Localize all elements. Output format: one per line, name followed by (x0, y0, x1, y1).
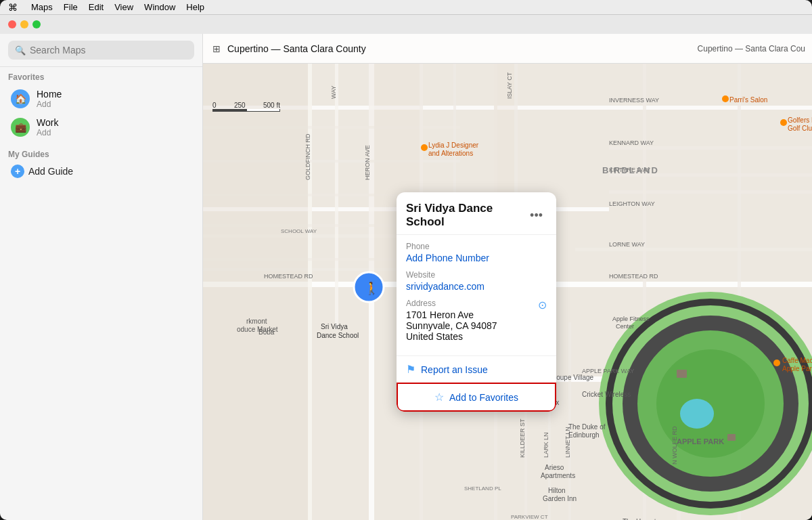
apple-menu[interactable]: ⌘ (3, 1, 23, 14)
svg-text:LORNE WAY: LORNE WAY (609, 241, 645, 248)
svg-point-35 (680, 399, 714, 429)
scale-500: 500 ft (263, 102, 280, 109)
work-text: Work Add (37, 117, 58, 137)
website-label: Website (406, 270, 547, 280)
address-row: Address 1701 Heron Ave Sunnyvale, CA 940… (406, 299, 547, 342)
svg-point-62 (722, 95, 729, 102)
add-guide-icon: + (11, 165, 24, 178)
app-window: ⌘ Maps File Edit View Window Help 🔍 (0, 0, 812, 520)
scale-line (212, 109, 280, 112)
svg-rect-38 (203, 64, 308, 520)
add-guide-button[interactable]: + Add Guide (8, 162, 194, 181)
svg-rect-9 (609, 190, 812, 194)
svg-text:HERON AVE: HERON AVE (364, 145, 371, 180)
address-line3: United States (406, 331, 497, 342)
title-bar (0, 15, 812, 34)
scale-labels: 0 250 500 ft (212, 102, 280, 109)
menu-maps[interactable]: Maps (26, 1, 58, 14)
svg-rect-8 (609, 146, 812, 150)
svg-text:Parri's Salon: Parri's Salon (729, 96, 767, 104)
home-favorite[interactable]: 🏠 Home Add (8, 85, 194, 113)
window-body: 🔍 Favorites 🏠 Home Add 💼 Work (0, 34, 812, 520)
home-sub: Add (37, 100, 62, 109)
favorite-star-icon: ☆ (434, 391, 444, 404)
map-area[interactable]: ⊞ Cupertino — Santa Clara County Cuperti… (203, 34, 812, 520)
sidebar: 🔍 Favorites 🏠 Home Add 💼 Work (0, 34, 203, 520)
info-card-menu-button[interactable]: ••• (526, 207, 547, 224)
work-label: Work (37, 117, 58, 128)
svg-text:Dance School: Dance School (317, 332, 359, 339)
svg-text:KENNARD WAY: KENNARD WAY (609, 139, 654, 146)
svg-text:Garden Inn: Garden Inn (543, 495, 577, 502)
svg-text:BIRDLAND: BIRDLAND (602, 165, 659, 175)
menu-file[interactable]: File (58, 1, 83, 14)
svg-text:Edinburgh: Edinburgh (568, 431, 600, 439)
map-header: ⊞ Cupertino — Santa Clara County Cuperti… (203, 34, 812, 64)
guides-section: My Guides + Add Guide (0, 144, 202, 183)
phone-value[interactable]: Add Phone Number (406, 253, 547, 263)
svg-rect-11 (308, 64, 312, 520)
svg-text:LEIGHTON WAY: LEIGHTON WAY (609, 200, 655, 207)
svg-text:Lydia J Designer: Lydia J Designer (428, 142, 479, 149)
svg-point-67 (780, 119, 787, 126)
svg-text:Golf Club Repair: Golf Club Repair (788, 125, 812, 132)
svg-text:Caffe Macs -: Caffe Macs - (782, 357, 812, 364)
website-field: Website srividyadance.com (406, 270, 547, 292)
svg-text:PARKVIEW CT: PARKVIEW CT (511, 514, 548, 520)
svg-rect-36 (677, 370, 687, 378)
address-navigate-icon[interactable]: ⊙ (538, 299, 547, 311)
search-header: 🔍 (0, 34, 202, 67)
add-to-favorites-button[interactable]: ☆ Add to Favorites (397, 383, 556, 412)
close-button[interactable] (8, 20, 16, 28)
svg-text:Cricket Wireless: Cricket Wireless (582, 391, 631, 398)
website-value[interactable]: srividyadance.com (406, 281, 547, 292)
map-layers-icon[interactable]: ⊞ (212, 43, 221, 54)
svg-text:Hilton: Hilton (548, 487, 566, 494)
address-label: Address (406, 299, 497, 308)
phone-field: Phone Add Phone Number (406, 242, 547, 263)
report-text: Report an Issue (421, 364, 488, 375)
svg-text:Arieso: Arieso (545, 464, 564, 471)
svg-text:WAY: WAY (330, 86, 337, 100)
report-issue-button[interactable]: ⚑ Report an Issue (397, 355, 556, 383)
minimize-button[interactable] (20, 20, 28, 28)
report-icon: ⚑ (406, 363, 415, 376)
menu-view[interactable]: View (109, 1, 139, 14)
search-box[interactable]: 🔍 (8, 41, 194, 60)
guides-label: My Guides (8, 150, 194, 159)
svg-text:ISLAY CT: ISLAY CT (506, 72, 513, 99)
svg-text:oduce Market: oduce Market (237, 326, 278, 333)
work-favorite[interactable]: 💼 Work Add (8, 113, 194, 142)
scale-bar: 0 250 500 ft (212, 102, 280, 112)
maximize-button[interactable] (32, 20, 41, 28)
svg-text:Apple Fitness: Apple Fitness (612, 316, 650, 322)
svg-text:🚶: 🚶 (364, 281, 380, 296)
work-icon: 💼 (11, 118, 30, 137)
svg-text:Sri Vidya: Sri Vidya (321, 323, 348, 330)
svg-text:The Duke of: The Duke of (568, 423, 606, 431)
svg-text:Golfers Delight: Golfers Delight (788, 116, 812, 124)
home-text: Home Add (37, 89, 62, 109)
address-line1: 1701 Heron Ave (406, 309, 497, 320)
info-card-body: Phone Add Phone Number Website srividyad… (397, 235, 556, 355)
svg-rect-37 (727, 434, 736, 441)
traffic-lights (8, 20, 41, 28)
map-background: HOMESTEAD RD HOMESTEAD RD INVERNESS WAY … (203, 64, 812, 520)
svg-text:APPLE PARK: APPLE PARK (677, 437, 724, 446)
svg-text:rkmont: rkmont (246, 318, 267, 325)
svg-text:and Alterations: and Alterations (428, 150, 473, 157)
home-label: Home (37, 89, 62, 100)
svg-text:INVERNESS WAY: INVERNESS WAY (609, 97, 659, 104)
svg-rect-19 (568, 322, 571, 520)
svg-text:HOMESTEAD RD: HOMESTEAD RD (609, 273, 658, 280)
scale-right (246, 109, 279, 111)
svg-point-64 (421, 144, 428, 151)
search-input[interactable] (30, 45, 187, 56)
menu-edit[interactable]: Edit (83, 1, 109, 14)
address-line2: Sunnyvale, CA 94087 (406, 320, 497, 331)
menu-bar: ⌘ Maps File Edit View Window Help (0, 0, 812, 15)
menu-help[interactable]: Help (181, 1, 210, 14)
menu-window[interactable]: Window (139, 1, 181, 14)
favorites-section: Favorites 🏠 Home Add 💼 Work Add (0, 67, 202, 144)
scale-left (213, 109, 246, 111)
